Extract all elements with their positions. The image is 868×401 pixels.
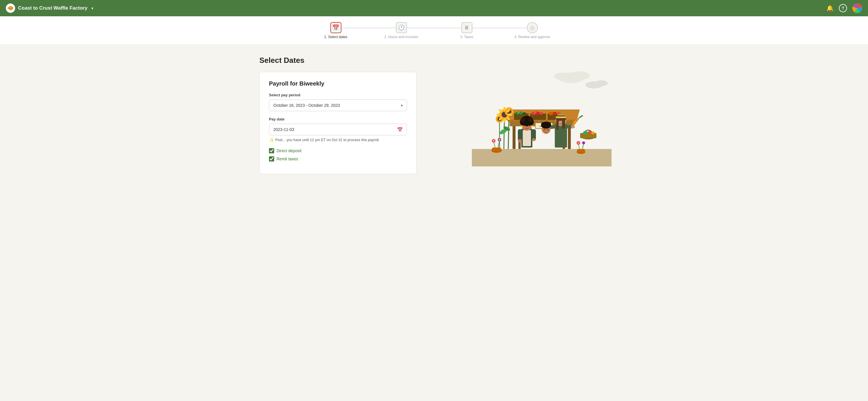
svg-point-69 xyxy=(532,138,535,141)
svg-point-100 xyxy=(547,129,548,130)
svg-point-44 xyxy=(508,114,512,116)
step-connector-2 xyxy=(407,28,461,28)
svg-point-99 xyxy=(544,129,545,130)
svg-point-75 xyxy=(528,118,533,122)
left-panel: Select Dates Payroll for Biweekly Select… xyxy=(259,56,422,174)
step-3-circle: 🖩 xyxy=(461,22,472,33)
svg-point-97 xyxy=(541,122,545,126)
step-2-label: 2. Hours and incomes xyxy=(384,35,418,39)
svg-point-5 xyxy=(595,80,608,86)
svg-rect-8 xyxy=(568,126,571,149)
remit-taxes-checkbox[interactable] xyxy=(269,156,274,161)
user-avatar[interactable] xyxy=(852,3,862,13)
svg-point-41 xyxy=(503,107,506,112)
remit-taxes-label[interactable]: Remit taxes xyxy=(277,157,298,161)
remit-taxes-row[interactable]: Remit taxes xyxy=(269,156,407,161)
direct-deposit-checkbox[interactable] xyxy=(269,148,274,153)
step-4-circle: ◎ xyxy=(527,22,538,33)
svg-point-103 xyxy=(583,131,588,134)
sparkle-icon: ✨ xyxy=(269,137,274,142)
hint-text-content: Psst... you have until 12 pm ET on Oct 3… xyxy=(275,138,379,142)
page-title: Select Dates xyxy=(259,56,422,65)
step-connector-3 xyxy=(472,28,527,28)
svg-point-23 xyxy=(539,112,543,115)
svg-point-3 xyxy=(554,73,570,80)
svg-point-43 xyxy=(497,114,501,116)
step-1-label: 1. Select dates xyxy=(324,35,347,39)
svg-point-63 xyxy=(582,142,585,144)
svg-point-91 xyxy=(571,125,575,128)
pay-period-selector[interactable]: October 16, 2023 - October 29, 2023 Octo… xyxy=(269,99,407,111)
svg-rect-65 xyxy=(523,130,531,146)
svg-point-79 xyxy=(531,125,533,127)
stepper-container: 📅 1. Select dates 🕐 2. Hours and incomes… xyxy=(303,22,565,39)
svg-point-77 xyxy=(528,125,529,126)
card-title: Payroll for Biweekly xyxy=(269,80,407,87)
svg-point-25 xyxy=(549,112,553,115)
step-1-circle: 📅 xyxy=(330,22,341,33)
pay-period-select[interactable]: October 16, 2023 - October 29, 2023 Octo… xyxy=(269,99,407,111)
payroll-card: Payroll for Biweekly Select pay period O… xyxy=(259,72,416,174)
svg-point-68 xyxy=(518,139,522,143)
pay-date-input[interactable] xyxy=(269,124,407,135)
topnav-actions: 🔔 ? xyxy=(826,3,862,13)
company-selector[interactable]: 🧇 Coast to Crust Waffle Factory ▾ xyxy=(6,3,93,13)
svg-rect-58 xyxy=(577,149,585,153)
pay-date-label: Pay date xyxy=(269,117,407,121)
help-icon[interactable]: ? xyxy=(839,4,847,12)
company-name: Coast to Crust Waffle Factory xyxy=(18,5,87,11)
svg-point-104 xyxy=(588,131,592,134)
step-select-dates[interactable]: 📅 1. Select dates xyxy=(303,22,369,39)
svg-point-105 xyxy=(591,131,595,134)
step-2-circle: 🕐 xyxy=(396,22,407,33)
step-3-label: 3. Taxes xyxy=(460,35,473,39)
svg-point-86 xyxy=(558,120,560,121)
app-logo: 🧇 xyxy=(6,3,15,13)
svg-point-76 xyxy=(525,125,526,126)
svg-point-61 xyxy=(578,142,579,144)
svg-point-56 xyxy=(499,139,500,141)
step-4-label: 4. Review and approve xyxy=(514,35,550,39)
svg-point-53 xyxy=(493,140,495,142)
svg-point-74 xyxy=(521,118,525,122)
svg-rect-83 xyxy=(556,118,559,130)
step-connector-1 xyxy=(341,28,396,28)
svg-point-19 xyxy=(522,112,526,115)
top-navigation: 🧇 Coast to Crust Waffle Factory ▾ 🔔 ? xyxy=(0,0,868,16)
step-hours-incomes[interactable]: 🕐 2. Hours and incomes xyxy=(369,22,434,39)
svg-point-98 xyxy=(547,122,551,126)
svg-point-26 xyxy=(553,112,557,115)
svg-point-20 xyxy=(517,112,520,114)
market-illustration: one use xyxy=(472,62,612,166)
illustration-panel: one use xyxy=(434,56,649,174)
svg-rect-7 xyxy=(513,126,516,149)
hint-message: ✨ Psst... you have until 12 pm ET on Oct… xyxy=(269,137,407,142)
svg-rect-50 xyxy=(492,148,501,151)
direct-deposit-label[interactable]: Direct deposit xyxy=(277,148,302,153)
step-taxes[interactable]: 🖩 3. Taxes xyxy=(434,22,499,39)
svg-point-42 xyxy=(503,118,506,123)
svg-point-87 xyxy=(562,120,564,121)
pay-period-label: Select pay period xyxy=(269,93,407,97)
company-chevron-icon: ▾ xyxy=(91,6,93,10)
notification-bell-icon[interactable]: 🔔 xyxy=(826,5,834,12)
svg-point-24 xyxy=(534,111,537,114)
progress-stepper: 📅 1. Select dates 🕐 2. Hours and incomes… xyxy=(0,16,868,44)
svg-point-78 xyxy=(521,125,523,127)
pay-date-field[interactable]: 📅 xyxy=(269,124,407,135)
svg-point-2 xyxy=(569,71,590,80)
direct-deposit-row[interactable]: Direct deposit xyxy=(269,148,407,153)
main-content: Select Dates Payroll for Biweekly Select… xyxy=(201,44,667,186)
svg-rect-85 xyxy=(556,116,566,118)
step-review-approve[interactable]: ◎ 4. Review and approve xyxy=(499,22,565,39)
